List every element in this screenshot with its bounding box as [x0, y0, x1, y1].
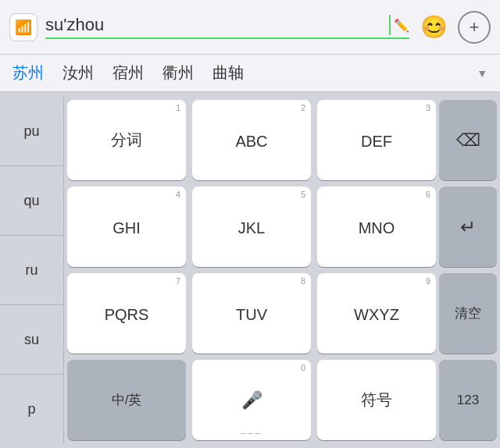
syllable-su[interactable]: su: [0, 305, 63, 375]
dropdown-arrow[interactable]: ▼: [477, 67, 488, 80]
mic-underline: ___: [241, 425, 262, 434]
key-row-2: 4 GHI 5 JKL 6 MNO: [67, 187, 436, 267]
key-symbol[interactable]: 符号: [317, 360, 436, 440]
key-num-1: 1: [176, 103, 180, 112]
delete-key[interactable]: ⌫: [439, 100, 497, 180]
suggestion-item-1[interactable]: 汝州: [62, 62, 94, 84]
wifi-icon: 📶: [9, 13, 38, 41]
key-ghi[interactable]: 4 GHI: [67, 187, 186, 267]
key-symbol-label: 符号: [361, 389, 392, 411]
key-abc[interactable]: 2 ABC: [192, 100, 311, 180]
key-num-2: 2: [301, 103, 305, 112]
key-mno[interactable]: 6 MNO: [317, 187, 436, 267]
enter-key[interactable]: ↵: [439, 187, 497, 267]
key-def[interactable]: 3 DEF: [317, 100, 436, 180]
key-lang-label: 中/英: [112, 391, 142, 409]
key-num-9: 9: [426, 276, 430, 286]
top-bar: 📶 su'zhou ✏️ 😊 +: [0, 0, 500, 55]
suggestion-item-3[interactable]: 衢州: [162, 62, 194, 84]
key-wxyz[interactable]: 9 WXYZ: [317, 273, 436, 354]
key-row-4: 中/英 0 🎤 ___ 符号: [67, 360, 436, 440]
syllable-sidebar: pu qu ru su p: [0, 97, 64, 443]
suggestion-item-2[interactable]: 宿州: [112, 62, 144, 84]
suggestion-item-4[interactable]: 曲轴: [212, 62, 244, 84]
cursor: [389, 15, 391, 35]
suggestion-bar: 苏州 汝州 宿州 衢州 曲轴 ▼: [0, 55, 500, 92]
text-input[interactable]: su'zhou: [45, 15, 388, 35]
key-lang[interactable]: 中/英: [67, 360, 186, 440]
syllable-ru[interactable]: ru: [0, 236, 63, 305]
keyboard: pu qu ru su p 1 分词 2 ABC 3 DEF 4 GHI: [0, 92, 500, 448]
key-tuv[interactable]: 8 TUV: [192, 273, 311, 354]
key-pqrs[interactable]: 7 PQRS: [67, 273, 186, 354]
key-label-wxyz: WXYZ: [354, 306, 399, 324]
key-num-7: 7: [176, 276, 180, 286]
key-label-tuv: TUV: [236, 306, 267, 324]
key-mic[interactable]: 0 🎤 ___: [192, 360, 311, 440]
suggestion-item-0[interactable]: 苏州: [12, 62, 44, 84]
key-num-0: 0: [301, 363, 305, 372]
pencil-icon: ✏️: [394, 18, 409, 33]
action-column: ⌫ ↵ 清空 123: [439, 97, 500, 443]
key-num-6: 6: [426, 190, 430, 199]
num-key[interactable]: 123: [439, 360, 497, 440]
key-num-5: 5: [301, 190, 305, 199]
key-label-ghi: GHI: [112, 219, 141, 237]
syllable-pu[interactable]: pu: [0, 97, 63, 166]
add-button[interactable]: +: [458, 11, 491, 44]
key-num-8: 8: [301, 276, 305, 286]
syllable-p[interactable]: p: [0, 375, 63, 443]
key-label-pqrs: PQRS: [105, 306, 149, 324]
key-label-jkl: JKL: [238, 219, 265, 237]
key-jkl[interactable]: 5 JKL: [192, 187, 311, 267]
input-area[interactable]: su'zhou ✏️: [45, 15, 409, 38]
key-label-fensi: 分词: [111, 130, 142, 151]
key-row-3: 7 PQRS 8 TUV 9 WXYZ: [67, 273, 436, 354]
key-label-def: DEF: [361, 133, 392, 151]
key-label-abc: ABC: [235, 133, 267, 151]
key-label-mno: MNO: [359, 219, 395, 237]
syllable-qu[interactable]: qu: [0, 166, 63, 236]
clear-key[interactable]: 清空: [439, 273, 497, 354]
key-fensi[interactable]: 1 分词: [67, 100, 186, 180]
key-num-3: 3: [426, 103, 430, 112]
mic-icon: 🎤: [241, 390, 262, 411]
key-row-1: 1 分词 2 ABC 3 DEF: [67, 100, 436, 180]
emoji-button[interactable]: 😊: [417, 11, 450, 44]
key-num-4: 4: [176, 190, 180, 199]
key-grid: 1 分词 2 ABC 3 DEF 4 GHI 5 JKL 6: [64, 97, 439, 443]
